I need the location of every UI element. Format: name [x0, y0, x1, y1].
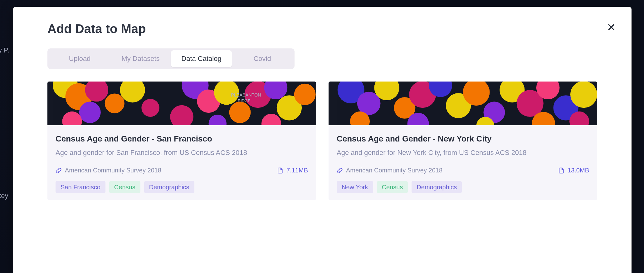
svg-text:PLEASANTON: PLEASANTON: [231, 92, 261, 97]
dataset-description: Age and gender for San Francisco, from U…: [56, 147, 308, 158]
dataset-source: American Community Survey 2018: [56, 167, 161, 174]
svg-point-11: [229, 102, 251, 123]
dataset-meta: American Community Survey 2018 13.0MB: [337, 167, 589, 174]
tag[interactable]: Demographics: [412, 181, 462, 193]
dataset-tags: San Francisco Census Demographics: [56, 181, 308, 193]
tag[interactable]: Census: [377, 181, 408, 193]
heatmap-thumbnail-icon: PLEASANTON RIDGE: [47, 82, 316, 125]
file-icon: [277, 167, 283, 174]
close-button[interactable]: [606, 22, 617, 32]
dataset-thumbnail: [329, 82, 597, 125]
tab-my-datasets[interactable]: My Datasets: [110, 50, 171, 67]
dataset-card[interactable]: PLEASANTON RIDGE Census Age and Gender -…: [47, 82, 316, 200]
svg-point-15: [294, 84, 316, 105]
dataset-size-label: 13.0MB: [568, 167, 589, 174]
dataset-thumbnail: PLEASANTON RIDGE: [47, 82, 316, 125]
heatmap-thumbnail-icon: [329, 82, 597, 125]
svg-point-7: [141, 99, 159, 117]
tab-covid[interactable]: Covid: [232, 50, 293, 67]
dataset-card-body: Census Age and Gender - New York City Ag…: [329, 125, 597, 200]
background-label: ly P.: [0, 46, 9, 54]
svg-point-5: [105, 93, 124, 113]
tag[interactable]: Census: [109, 181, 140, 193]
tag[interactable]: San Francisco: [56, 181, 105, 193]
dataset-card-list: PLEASANTON RIDGE Census Age and Gender -…: [47, 82, 597, 200]
dataset-card-body: Census Age and Gender - San Francisco Ag…: [47, 125, 316, 200]
tag[interactable]: New York: [337, 181, 373, 193]
tag[interactable]: Demographics: [144, 181, 194, 193]
file-icon: [558, 167, 564, 174]
link-icon: [337, 167, 343, 174]
svg-point-36: [570, 82, 597, 108]
dataset-description: Age and gender for New York City, from U…: [337, 147, 589, 158]
dataset-title: Census Age and Gender - New York City: [337, 134, 589, 144]
modal-title: Add Data to Map: [47, 22, 597, 36]
tab-upload[interactable]: Upload: [49, 50, 110, 67]
dataset-size: 13.0MB: [558, 167, 589, 174]
dataset-source: American Community Survey 2018: [337, 167, 442, 174]
close-icon: [607, 23, 615, 31]
add-data-modal: Add Data to Map Upload My Datasets Data …: [13, 7, 632, 273]
dataset-tags: New York Census Demographics: [337, 181, 589, 193]
dataset-size-label: 7.11MB: [286, 167, 308, 174]
dataset-card[interactable]: Census Age and Gender - New York City Ag…: [329, 82, 597, 200]
tab-data-catalog[interactable]: Data Catalog: [171, 50, 232, 67]
dataset-title: Census Age and Gender - San Francisco: [56, 134, 308, 144]
dataset-source-label: American Community Survey 2018: [65, 167, 161, 174]
dataset-meta: American Community Survey 2018 7.11MB: [56, 167, 308, 174]
svg-text:RIDGE: RIDGE: [238, 98, 251, 103]
dataset-size: 7.11MB: [277, 167, 308, 174]
dataset-source-label: American Community Survey 2018: [346, 167, 442, 174]
link-icon: [56, 167, 62, 174]
tab-bar: Upload My Datasets Data Catalog Covid: [47, 48, 295, 69]
svg-point-4: [79, 102, 101, 123]
background-label: ekey: [0, 192, 8, 200]
